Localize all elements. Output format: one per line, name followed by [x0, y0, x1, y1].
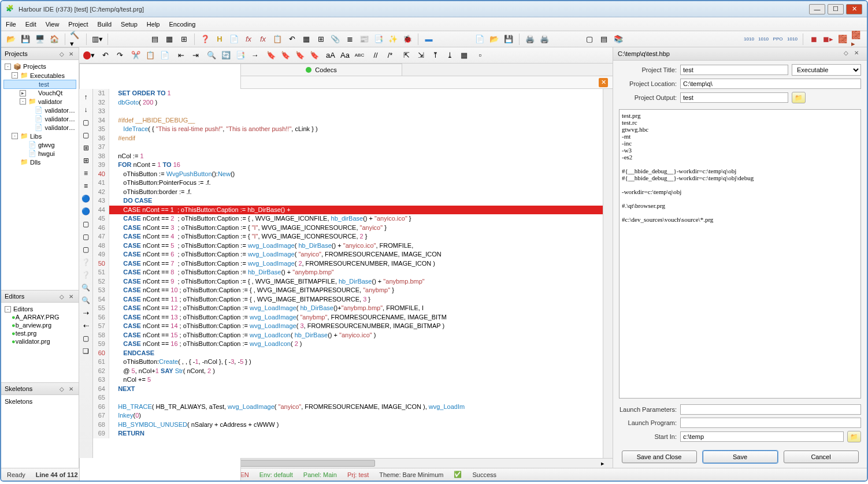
code-line[interactable]: 53 CASE nCont == 10 ; oThisButton:Captio…	[93, 286, 603, 295]
output-folder-icon[interactable]: 📁	[792, 92, 806, 103]
code-line[interactable]: 39 FOR nCont = 1 TO 16	[93, 161, 603, 170]
indent-out-icon[interactable]: ⇤	[175, 49, 187, 62]
home-icon[interactable]: 🏠	[48, 33, 61, 46]
code-line[interactable]: 50 CASE nCont == 7 ; oThisButton:Caption…	[93, 259, 603, 269]
find-files-icon[interactable]: 📑	[234, 49, 247, 62]
code-line[interactable]: 42 oThisButton:border := .f.	[93, 188, 603, 197]
code-line[interactable]: 40 oThisButton := WvgPushButton():New()	[93, 170, 603, 179]
code-line[interactable]: 46 CASE nCont == 3 ; oThisButton:Caption…	[93, 224, 603, 233]
fx-icon[interactable]: fx	[242, 33, 255, 46]
code-line[interactable]: 64 NEXT	[93, 385, 603, 394]
maximize-button[interactable]: ☐	[828, 4, 844, 14]
project-title-input[interactable]	[680, 65, 788, 75]
copy-icon[interactable]: 📑	[372, 33, 385, 46]
code-line[interactable]: 58 CASE nCont == 15 ; oThisButton:Captio…	[93, 331, 603, 340]
code-line[interactable]: 59 CASE nCont == 16 ; oThisButton:Captio…	[93, 340, 603, 349]
code-line[interactable]: 61 oThisButton:Create( , , { -1, -nCol }…	[93, 358, 603, 367]
skeletons-tree[interactable]: Skeletons	[1, 395, 79, 408]
file-new-icon[interactable]: 📄	[473, 33, 486, 46]
tree-node[interactable]: 📄validator…	[3, 114, 76, 123]
code-line[interactable]: 32 dbGoto( 200 )	[93, 98, 603, 107]
view-2-icon[interactable]: ▦	[163, 33, 176, 46]
stop-icon[interactable]: ▫	[474, 49, 487, 62]
copy2-icon[interactable]: 📋	[144, 49, 157, 62]
new-icon[interactable]: ✨	[387, 33, 399, 46]
panel-icon[interactable]: ▥▾	[91, 33, 103, 46]
redo-icon[interactable]: ↷	[113, 49, 126, 62]
code-line[interactable]: 52 CASE nCont == 9 ; oThisButton:Caption…	[93, 277, 603, 286]
tree-node[interactable]: 📁Dlls	[3, 158, 76, 166]
save-button[interactable]: Save	[703, 451, 778, 463]
tree-node[interactable]: 📄gtwvg	[3, 140, 76, 149]
code-line[interactable]: 67 Inkey(0)	[93, 411, 603, 420]
code-line[interactable]: 45 CASE nCont == 2 ; oThisButton:Caption…	[93, 214, 603, 224]
clip-icon[interactable]: 📋	[271, 33, 284, 46]
replace-icon[interactable]: 🔄	[220, 49, 232, 62]
close-button[interactable]: ✕	[846, 4, 862, 14]
compile2-icon[interactable]: 1010	[757, 33, 770, 46]
save-icon[interactable]: 💾	[19, 33, 32, 46]
project-location-input[interactable]	[680, 79, 861, 89]
tree-node[interactable]: ● A_ARRAY.PRG	[3, 313, 76, 321]
undo-icon[interactable]: ↶	[285, 33, 298, 46]
build-red2-icon[interactable]: ◼▸	[822, 33, 834, 46]
menu-project[interactable]: Project	[68, 21, 88, 28]
bm2-icon[interactable]: 🔖	[279, 49, 292, 62]
page-icon[interactable]: 📰	[358, 33, 370, 46]
nav3-icon[interactable]: ⤒	[429, 49, 442, 62]
code-line[interactable]: 48 CASE nCont == 5 ; oThisButton:Caption…	[93, 241, 603, 251]
window-icon[interactable]: 🖥️	[34, 33, 46, 46]
code-line[interactable]: 63 nCol += 5	[93, 375, 603, 385]
file-open-icon[interactable]: 📂	[488, 33, 500, 46]
menu-view[interactable]: View	[46, 21, 60, 28]
code-line[interactable]: 66 HB_TRACE( HB_TR_ALWAYS, aTest, wvg_Lo…	[93, 403, 603, 412]
skeletons-close-icon[interactable]: ✕	[67, 385, 75, 393]
table-icon[interactable]: ⊞	[314, 33, 327, 46]
menu-build[interactable]: Build	[98, 21, 112, 28]
projects-close-icon[interactable]: ✕	[67, 50, 75, 58]
code-line[interactable]: 57 CASE nCont == 14 ; oThisButton:Captio…	[93, 322, 603, 331]
code-line[interactable]: 37	[93, 143, 603, 152]
code-line[interactable]: 36 #endif	[93, 134, 603, 143]
build-icon[interactable]: 🔨▾	[69, 33, 82, 46]
form-icon[interactable]: ▢	[583, 33, 596, 46]
menu-setup[interactable]: Setup	[121, 21, 138, 28]
tree-root[interactable]: -📦 Projects	[3, 62, 76, 71]
menu-edit[interactable]: Edit	[25, 21, 36, 28]
code-line[interactable]: 49 CASE nCont == 6 ; oThisButton:Caption…	[93, 250, 603, 259]
props-float-icon[interactable]: ◇	[844, 50, 852, 58]
code-line[interactable]: 41 oThisButton:PointerFocus := .f.	[93, 178, 603, 188]
file-save-icon[interactable]: 💾	[502, 33, 515, 46]
build-red1-icon[interactable]: ◼	[807, 33, 820, 46]
launch-params-input[interactable]	[680, 404, 861, 415]
code-line[interactable]: 38 nCol := 1	[93, 152, 603, 161]
nav4-icon[interactable]: ⤓	[443, 49, 456, 62]
minimize-button[interactable]: —	[809, 4, 825, 14]
code-line[interactable]: 44 CASE nCont == 1 ; oThisButton:Caption…	[93, 206, 603, 215]
nav2-icon[interactable]: ⇲	[414, 49, 427, 62]
grid-icon[interactable]: ▦	[300, 33, 313, 46]
skeletons-float-icon[interactable]: ◇	[58, 385, 66, 393]
code-line[interactable]: 69 RETURN	[93, 429, 603, 438]
code-line[interactable]: 65	[93, 393, 603, 403]
case2-icon[interactable]: Aa	[339, 49, 351, 62]
bm1-icon[interactable]: 🔖	[265, 49, 277, 62]
compile1-icon[interactable]: 1010	[743, 33, 755, 46]
h-icon[interactable]: H	[213, 33, 226, 46]
tree-node[interactable]: test	[3, 80, 76, 89]
code-editor[interactable]: 31 SET ORDER TO 132 dbGoto( 200 )3334 #i…	[93, 89, 603, 458]
tree-node[interactable]: -📁Libs	[3, 132, 76, 140]
print2-icon[interactable]: 🖨️	[538, 33, 551, 46]
props-close-icon[interactable]: ✕	[854, 50, 862, 58]
compile3-icon[interactable]: 1010	[786, 33, 799, 46]
tab-codecs[interactable]: Codecs	[240, 64, 402, 76]
editors-close-icon[interactable]: ✕	[67, 292, 75, 300]
projects-float-icon[interactable]: ◇	[58, 50, 66, 58]
tree-node[interactable]: 📄hwgui	[3, 149, 76, 158]
comment-icon[interactable]: //	[369, 49, 382, 62]
project-type-select[interactable]: Executable	[792, 64, 861, 76]
find-icon[interactable]: 🔍	[205, 49, 218, 62]
tree-node[interactable]: -📁Executables	[3, 71, 76, 80]
bm4-icon[interactable]: 🔖	[308, 49, 321, 62]
list-icon[interactable]: ≣	[343, 33, 356, 46]
